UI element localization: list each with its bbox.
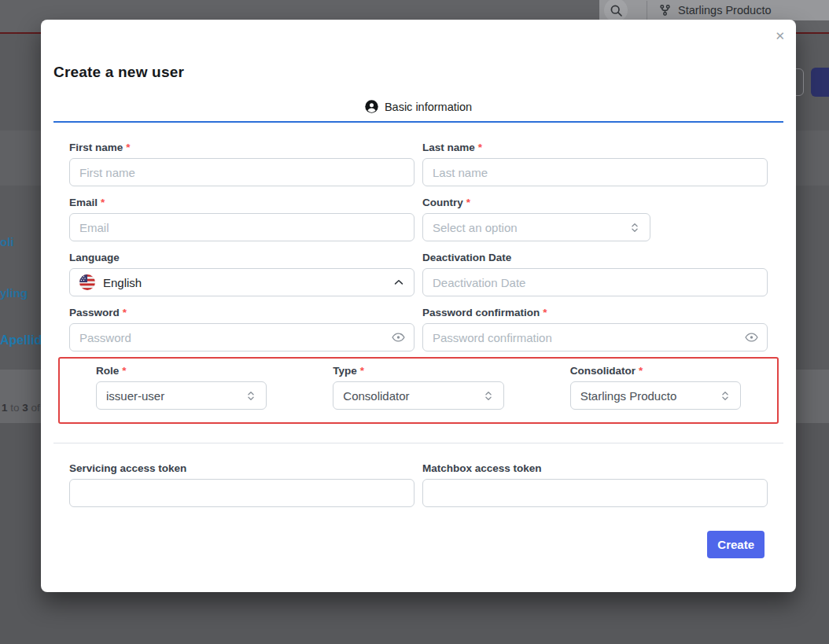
label-text: Last name (422, 142, 475, 153)
chevron-up-icon (393, 277, 404, 288)
role-type-consolidator-highlight: Role * issuer-user (58, 357, 779, 424)
field-password: Password * (69, 307, 414, 351)
tenant-label: Starlings Producto (678, 4, 771, 17)
background-link[interactable]: yling (0, 286, 28, 300)
stepper-icon (245, 390, 256, 402)
deactivation-date-input[interactable] (422, 268, 768, 296)
close-icon[interactable]: ✕ (775, 29, 785, 43)
tenant-selector[interactable]: Starlings Producto (659, 4, 771, 17)
label-text: Deactivation Date (422, 252, 511, 263)
label-text: Matchbox access token (422, 462, 542, 474)
required-asterisk: * (478, 142, 482, 153)
email-label: Email * (69, 197, 414, 208)
label-text: Email (69, 197, 98, 208)
eye-icon[interactable] (392, 332, 405, 344)
select-value: Consolidator (343, 389, 409, 403)
select-placeholder: Select an option (433, 221, 518, 234)
last-name-label: Last name * (422, 142, 768, 153)
field-first-name: First name * (69, 142, 414, 186)
field-language: Language (69, 252, 414, 296)
stepper-icon (483, 390, 494, 402)
required-asterisk: * (543, 307, 547, 318)
required-asterisk: * (123, 307, 127, 318)
field-email: Email * (69, 197, 414, 241)
required-asterisk: * (360, 365, 364, 377)
required-asterisk: * (101, 197, 105, 208)
servicing-token-label: Servicing access token (69, 462, 414, 474)
tab-bar: Basic information (53, 100, 783, 123)
required-asterisk: * (639, 365, 643, 377)
language-select[interactable]: English (69, 268, 414, 296)
label-text: Type (333, 365, 357, 377)
password-label: Password * (69, 307, 414, 318)
password-confirmation-input[interactable] (422, 323, 768, 351)
required-asterisk: * (126, 142, 130, 153)
search-button[interactable] (604, 0, 628, 22)
label-text: Role (96, 365, 119, 377)
country-label: Country * (422, 197, 768, 208)
role-label: Role * (96, 365, 267, 377)
tab-basic-information[interactable]: Basic information (365, 100, 472, 121)
git-fork-icon (659, 4, 671, 17)
pagination-word: to (10, 402, 19, 414)
basic-information-form: First name * Last name * Email * (41, 123, 796, 424)
pagination-summary: 1 to 3 of (2, 402, 40, 414)
app-window: Starlings Producto oli yling Apellido 1 … (0, 0, 829, 644)
matchbox-token-label: Matchbox access token (422, 462, 768, 474)
pagination-to: 3 (22, 402, 28, 414)
label-text: Consolidator (570, 365, 636, 377)
background-primary-button[interactable] (811, 68, 829, 97)
first-name-label: First name * (69, 142, 414, 153)
type-select[interactable]: Consolidator (333, 381, 503, 410)
last-name-input[interactable] (422, 158, 768, 186)
role-select[interactable]: issuer-user (96, 381, 267, 410)
field-servicing-token: Servicing access token (69, 462, 414, 507)
modal-footer: Create (41, 507, 796, 558)
eye-icon[interactable] (745, 332, 758, 344)
servicing-token-input[interactable] (69, 479, 414, 507)
tab-label: Basic information (385, 101, 472, 113)
email-input[interactable] (69, 213, 414, 241)
background-link[interactable]: oli (0, 235, 14, 248)
required-asterisk: * (466, 197, 470, 208)
label-text: First name (69, 142, 123, 153)
us-flag-icon (79, 274, 95, 290)
label-text: Servicing access token (69, 462, 186, 474)
field-type: Type * Consolidator (333, 365, 503, 410)
user-circle-icon (365, 100, 378, 113)
label-text: Language (69, 252, 120, 263)
field-consolidator: Consolidator * Starlings Producto (570, 365, 741, 410)
modal-header: Create a new user (41, 20, 796, 81)
country-select[interactable]: Select an option (422, 213, 650, 241)
password-confirmation-label: Password confirmation * (422, 307, 768, 318)
type-label: Type * (333, 365, 503, 377)
field-password-confirmation: Password confirmation * (422, 307, 768, 351)
label-text: Country (422, 197, 463, 208)
stepper-icon (629, 222, 640, 234)
field-matchbox-token: Matchbox access token (422, 462, 768, 507)
consolidator-select[interactable]: Starlings Producto (570, 381, 741, 410)
field-last-name: Last name * (422, 142, 768, 186)
language-label: Language (69, 252, 414, 263)
tokens-section: Servicing access token Matchbox access t… (41, 443, 796, 507)
select-value: Starlings Producto (580, 389, 677, 403)
first-name-input[interactable] (69, 158, 414, 186)
matchbox-token-input[interactable] (422, 479, 768, 507)
modal-title: Create a new user (53, 64, 783, 81)
field-role: Role * issuer-user (96, 365, 267, 410)
password-input[interactable] (69, 323, 414, 351)
topbar-divider (647, 1, 647, 20)
deactivation-date-label: Deactivation Date (422, 252, 768, 263)
select-value: issuer-user (106, 389, 164, 403)
search-icon (610, 4, 623, 17)
create-user-modal: ✕ Create a new user Basic information Fi… (41, 20, 796, 592)
topbar-controls: Starlings Producto (599, 0, 829, 20)
consolidator-label: Consolidator * (570, 365, 741, 377)
field-country: Country * Select an option (422, 197, 768, 241)
pagination-word: of (31, 402, 40, 414)
create-button[interactable]: Create (707, 531, 765, 558)
label-text: Password (69, 307, 120, 318)
field-deactivation-date: Deactivation Date (422, 252, 768, 296)
required-asterisk: * (122, 365, 126, 377)
stepper-icon (720, 390, 731, 402)
